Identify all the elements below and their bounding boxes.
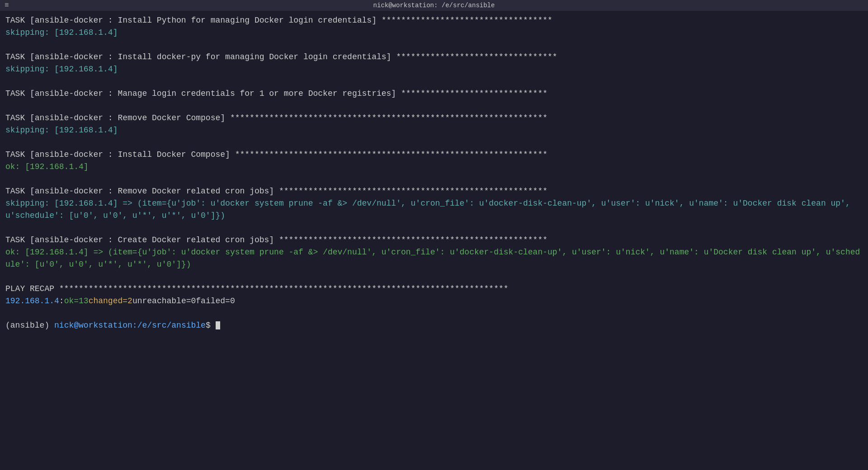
task-line: TASK [ansible-docker : Manage login cred… — [5, 88, 863, 100]
blank-line — [5, 222, 863, 234]
title-bar: ≡ nick@workstation: /e/src/ansible — [0, 0, 868, 11]
recap-unreachable: unreachable=0 — [132, 295, 196, 307]
prompt-line: (ansible) nick@workstation:/e/src/ansibl… — [5, 320, 863, 332]
recap-ok: ok=13 — [64, 295, 89, 307]
skip-line: skipping: [192.168.1.4] => (item={u'job'… — [5, 197, 863, 222]
terminal-title: nick@workstation: /e/src/ansible — [373, 2, 495, 9]
terminal: ≡ nick@workstation: /e/src/ansible TASK … — [0, 0, 868, 470]
prompt-path: nick@workstation:/e/src/ansible — [54, 321, 206, 330]
task-line: TASK [ansible-docker : Install Docker Co… — [5, 149, 863, 161]
prompt-prefix: (ansible) — [5, 321, 54, 330]
blank-line — [5, 136, 863, 149]
blank-line — [5, 100, 863, 112]
task-line: TASK [ansible-docker : Create Docker rel… — [5, 234, 863, 246]
blank-line — [5, 307, 863, 320]
terminal-cursor — [216, 321, 220, 329]
recap-failed: failed=0 — [196, 295, 235, 307]
task-line: TASK [ansible-docker : Remove Docker Com… — [5, 112, 863, 124]
skip-line: skipping: [192.168.1.4] — [5, 63, 863, 75]
recap-changed: changed=2 — [89, 295, 132, 307]
recap-row: 192.168.1.4 : ok=13 changed=2 unreachabl… — [5, 295, 863, 307]
menu-icon[interactable]: ≡ — [5, 1, 9, 9]
blank-line — [5, 39, 863, 51]
blank-line — [5, 75, 863, 88]
prompt-suffix: $ — [206, 321, 216, 330]
task-line: TASK [ansible-docker : Install docker-py… — [5, 51, 863, 63]
task-line: TASK [ansible-docker : Remove Docker rel… — [5, 185, 863, 197]
blank-line — [5, 271, 863, 283]
task-line: TASK [ansible-docker : Install Python fo… — [5, 14, 863, 27]
recap-colon: : — [59, 295, 64, 307]
terminal-content: TASK [ansible-docker : Install Python fo… — [0, 11, 868, 470]
skip-line: skipping: [192.168.1.4] — [5, 27, 863, 39]
skip-line: skipping: [192.168.1.4] — [5, 124, 863, 136]
recap-host: 192.168.1.4 — [5, 295, 59, 307]
ok-line: ok: [192.168.1.4] — [5, 161, 863, 173]
recap-header: PLAY RECAP *****************************… — [5, 283, 863, 295]
blank-line — [5, 173, 863, 185]
ok-line: ok: [192.168.1.4] => (item={u'job': u'do… — [5, 246, 863, 271]
